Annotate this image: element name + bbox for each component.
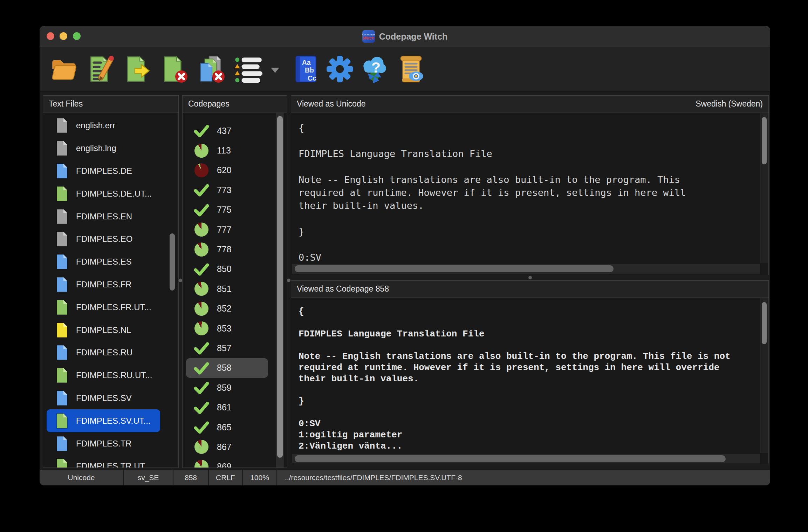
file-icon (56, 390, 68, 406)
file-list-item[interactable]: FDIMPLES.EO (47, 228, 160, 251)
unicode-hscrollbar[interactable] (292, 264, 760, 274)
file-list: english.err english.lng FDIMPLES.DE FDIM… (43, 112, 178, 468)
character-map-icon: Aa Bb Cc (290, 53, 321, 85)
status-locale: sv_SE (124, 470, 173, 485)
codepage-hscrollbar-thumb[interactable] (295, 455, 726, 462)
window-title: Codepage Witch (379, 32, 448, 42)
codepage-list-item[interactable]: 775 (186, 200, 268, 220)
settings-button[interactable] (325, 53, 355, 85)
codepage-vscrollbar[interactable] (760, 298, 768, 453)
codepage-list-item[interactable]: 865 (186, 417, 268, 437)
toolbar: Aa Bb Cc (40, 47, 770, 91)
codepage-vscrollbar-thumb[interactable] (762, 302, 767, 344)
check-icon (194, 262, 209, 276)
unicode-vscrollbar-thumb[interactable] (762, 117, 767, 164)
partial-match-pie-icon (194, 144, 208, 158)
codepage-list-item[interactable]: 850 (186, 259, 268, 279)
svg-text:Bb: Bb (305, 66, 314, 74)
export-file-button[interactable] (123, 53, 153, 85)
file-list-item[interactable]: FDIMPLES.EN (47, 205, 160, 228)
edit-file-button[interactable] (86, 53, 116, 85)
codepage-list-item[interactable]: 777 (186, 220, 268, 239)
codepage-list-item[interactable]: 773 (186, 180, 268, 200)
file-icon (56, 299, 68, 315)
file-list-item[interactable]: FDIMPLES.SV.UT... (47, 409, 160, 432)
close-file-icon (159, 53, 190, 85)
codepage-list-item[interactable]: 867 (186, 437, 268, 457)
app-window: Codepage Witch Codepage Witch (40, 26, 770, 485)
file-list-item[interactable]: FDIMPLES.FR (47, 273, 160, 296)
file-list-item[interactable]: FDIMPLES.RU.UT... (47, 364, 160, 387)
file-list-item[interactable]: FDIMPLES.DE.UT... (47, 182, 160, 205)
file-icon (56, 117, 68, 134)
files-panel-title: Text Files (49, 96, 83, 112)
file-list-item[interactable]: FDIMPLES.TR (47, 432, 160, 455)
codepage-list-item[interactable]: 620 (186, 161, 268, 180)
codepage-list-item[interactable]: 857 (186, 338, 268, 358)
close-all-files-button[interactable] (196, 53, 226, 85)
file-list-item[interactable]: FDIMPLES.TR.UT... (47, 455, 160, 468)
file-list-item[interactable]: FDIMPLES.ES (47, 251, 160, 273)
character-map-button[interactable]: Aa Bb Cc (290, 53, 321, 85)
help-button[interactable]: ? (359, 53, 389, 85)
unicode-text-view[interactable]: { FDIMPLES Language Translation File Not… (292, 112, 760, 263)
codepage-view-panel: Viewed as Codepage 858 { FDIMPLES Langua… (291, 280, 769, 463)
file-list-item[interactable]: english.err (47, 114, 160, 137)
partial-match-pie-icon (194, 460, 208, 468)
file-name: FDIMPLES.NL (76, 325, 131, 335)
partial-match-pie-icon (194, 302, 208, 316)
log-scroll-icon (396, 53, 426, 85)
file-list-item[interactable]: FDIMPLES.DE (47, 160, 160, 183)
files-codepages-splitter-handle[interactable] (179, 279, 182, 282)
status-file-path: ../resources/testfiles/FDIMPLES/FDIMPLES… (277, 470, 770, 485)
codepage-text-view[interactable]: { FDIMPLES Language Translation File Not… (292, 298, 760, 453)
codepage-list-item[interactable]: 437 (186, 121, 268, 141)
codepage-number: 773 (217, 185, 232, 195)
file-list-item[interactable]: FDIMPLES.RU (47, 341, 160, 364)
codepage-number: 775 (217, 205, 232, 215)
file-icon (56, 186, 68, 202)
file-list-item[interactable]: FDIMPLES.SV (47, 387, 160, 410)
codepage-list: 437 113 620 773 775 777 778 850 851 852 … (183, 112, 287, 468)
codepage-list-item[interactable]: 778 (186, 239, 268, 259)
codepage-list-item[interactable]: 859 (186, 378, 268, 397)
codepage-list-item[interactable]: 869 (186, 457, 268, 468)
file-icon (56, 209, 68, 225)
file-list-item[interactable]: FDIMPLES.FR.UT... (47, 296, 160, 319)
codepage-list-item[interactable]: 858 (186, 358, 268, 378)
file-name: FDIMPLES.EN (76, 212, 132, 221)
codepage-list-item[interactable]: 113 (186, 141, 268, 160)
codepage-list-item[interactable]: 853 (186, 319, 268, 338)
codepage-results-list-button[interactable] (233, 53, 263, 85)
open-folder-button[interactable] (49, 53, 79, 85)
unicode-vscrollbar[interactable] (760, 113, 768, 263)
view-log-button[interactable] (396, 53, 426, 85)
codepage-hscrollbar[interactable] (292, 454, 760, 463)
codepages-views-splitter-handle[interactable] (287, 279, 290, 282)
codepages-panel: Codepages 437 113 620 773 775 777 778 85… (182, 95, 287, 468)
status-zoom: 100% (243, 470, 277, 485)
file-icon (56, 163, 68, 179)
codepage-list-item[interactable]: 852 (186, 299, 268, 319)
views-horizontal-splitter-handle[interactable] (528, 276, 532, 279)
codepages-scrollbar-thumb[interactable] (277, 116, 283, 458)
app-icon: Codepage Witch (362, 30, 375, 43)
results-list-dropdown-arrow[interactable] (271, 68, 279, 73)
file-list-item[interactable]: FDIMPLES.NL (47, 319, 160, 341)
codepage-list-item[interactable]: 861 (186, 397, 268, 417)
files-scrollbar-thumb[interactable] (170, 233, 175, 291)
codepage-number: 859 (217, 383, 232, 393)
statusbar: Unicodesv_SE858CRLF100%../resources/test… (40, 470, 770, 485)
partial-match-pie-icon (194, 321, 208, 335)
window-title-area: Codepage Witch Codepage Witch (40, 26, 770, 47)
check-icon (194, 381, 209, 394)
file-list-item[interactable]: english.lng (47, 137, 160, 160)
unicode-hscrollbar-thumb[interactable] (295, 265, 614, 272)
codepages-panel-title: Codepages (188, 96, 230, 112)
check-icon (194, 401, 209, 414)
status-codepage: 858 (173, 470, 209, 485)
close-file-button[interactable] (159, 53, 190, 85)
codepage-list-item[interactable]: 851 (186, 279, 268, 299)
help-cloud-icon: ? (359, 53, 389, 85)
export-file-icon (123, 53, 153, 85)
